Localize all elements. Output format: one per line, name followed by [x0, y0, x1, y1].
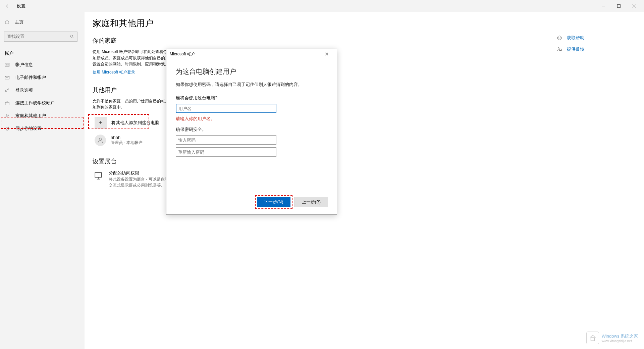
nav-label: 登录选项: [15, 87, 33, 93]
user-role: 管理员 - 本地帐户: [111, 140, 143, 146]
user-name: hhhh: [111, 135, 143, 140]
nav-family-users[interactable]: 家庭和其他用户: [0, 109, 85, 122]
maximize-icon: [617, 4, 621, 8]
create-user-dialog: Microsoft 帐户 ✕ 为这台电脑创建用户 如果你想使用密码，请选择自己易…: [166, 49, 337, 215]
search-icon: [70, 34, 74, 39]
svg-rect-1: [618, 5, 621, 8]
feedback-icon: [557, 47, 562, 52]
password-safety-label: 确保密码安全。: [176, 127, 327, 133]
person-card-icon: [5, 62, 10, 67]
add-other-label: 将其他人添加到这台电脑: [111, 120, 159, 126]
svg-rect-12: [5, 102, 9, 105]
search-placeholder: 查找设置: [7, 34, 24, 40]
sync-icon: [5, 126, 10, 131]
close-button[interactable]: [627, 1, 642, 11]
svg-point-20: [558, 37, 559, 38]
window-title: 设置: [17, 3, 25, 9]
mail-icon: [5, 75, 10, 80]
svg-point-14: [8, 115, 9, 116]
svg-rect-16: [95, 172, 102, 177]
home-label: 主页: [15, 19, 23, 25]
sidebar: 主页 查找设置 帐户 帐户信息 电子邮件和帐户 登录选项 连接工作或学校帐户: [0, 12, 85, 349]
nav-email-accounts[interactable]: 电子邮件和帐户: [0, 71, 85, 84]
svg-point-7: [6, 64, 7, 65]
username-error: 请输入你的用户名。: [176, 116, 327, 122]
nav-account-info[interactable]: 帐户信息: [0, 58, 85, 71]
nav-label: 连接工作或学校帐户: [15, 100, 55, 106]
feedback-link[interactable]: 提供反馈: [557, 46, 637, 52]
password-confirm-input[interactable]: [176, 147, 276, 157]
next-button[interactable]: 下一步(N): [257, 197, 290, 207]
home-nav[interactable]: 主页: [0, 15, 85, 29]
dialog-subtext: 如果你想使用密码，请选择自己易于记住但别人很难猜到的内容。: [176, 82, 327, 88]
svg-point-15: [99, 138, 102, 140]
svg-point-21: [560, 37, 560, 38]
people-icon: [5, 113, 10, 118]
svg-point-22: [558, 48, 559, 49]
nav-sync-settings[interactable]: 同步你的设置: [0, 122, 85, 135]
briefcase-icon: [5, 101, 10, 106]
svg-rect-23: [559, 49, 561, 51]
nav-signin-options[interactable]: 登录选项: [0, 84, 85, 97]
back-button[interactable]: [2, 1, 13, 11]
svg-rect-24: [591, 338, 594, 341]
nav-label: 同步你的设置: [15, 126, 42, 132]
plus-icon: +: [95, 117, 107, 129]
svg-rect-6: [5, 63, 9, 66]
nav-work-school[interactable]: 连接工作或学校帐户: [0, 97, 85, 109]
dialog-heading: 为这台电脑创建用户: [176, 67, 327, 76]
watermark: Windows 系统之家 www.xitongzhijia.net: [586, 332, 638, 344]
search-input[interactable]: 查找设置: [4, 32, 77, 42]
sidebar-group-label: 帐户: [0, 47, 85, 58]
back-arrow-icon: [5, 4, 10, 8]
minimize-button[interactable]: [596, 1, 611, 11]
help-icon: [557, 35, 562, 41]
watermark-logo-icon: [586, 332, 599, 344]
dialog-close-button[interactable]: ✕: [320, 51, 333, 57]
page-title: 家庭和其他用户: [93, 17, 549, 29]
nav-label: 帐户信息: [15, 62, 33, 68]
back-button[interactable]: 上一步(B): [294, 197, 328, 207]
watermark-text1: Windows 系统之家: [602, 333, 638, 339]
avatar-icon: [95, 135, 106, 146]
svg-point-4: [70, 35, 73, 37]
svg-point-11: [5, 90, 7, 92]
svg-point-13: [6, 114, 7, 116]
right-panel: 获取帮助 提供反馈: [557, 12, 644, 349]
monitor-icon: [93, 170, 104, 182]
key-icon: [5, 88, 10, 93]
svg-line-5: [73, 37, 74, 38]
username-input[interactable]: [176, 104, 276, 113]
who-label: 谁将会使用这台电脑?: [176, 95, 327, 101]
maximize-button[interactable]: [611, 1, 627, 11]
watermark-text2: www.xitongzhijia.net: [602, 339, 638, 343]
password-input[interactable]: [176, 135, 276, 145]
close-icon: [633, 4, 636, 8]
feedback-label: 提供反馈: [567, 46, 584, 52]
get-help-label: 获取帮助: [567, 35, 584, 41]
nav-label: 电子邮件和帐户: [15, 74, 46, 81]
family-heading: 你的家庭: [93, 37, 549, 45]
nav-label: 家庭和其他用户: [15, 113, 46, 119]
get-help-link[interactable]: 获取帮助: [557, 35, 637, 41]
home-icon: [5, 20, 9, 24]
svg-point-19: [557, 36, 561, 40]
titlebar: 设置: [0, 0, 644, 12]
dialog-title: Microsoft 帐户: [170, 51, 195, 57]
minimize-icon: [602, 4, 605, 8]
